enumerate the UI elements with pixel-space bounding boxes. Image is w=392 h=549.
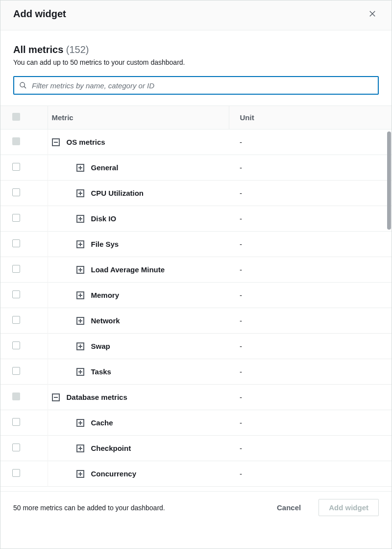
row-checkbox[interactable] <box>12 392 20 400</box>
table-row: Network- <box>0 308 392 334</box>
footer-note: 50 more metrics can be added to your das… <box>13 504 267 512</box>
search-box[interactable] <box>13 76 379 95</box>
table-row: OS metrics- <box>0 130 392 155</box>
metric-label[interactable]: Disk IO <box>91 214 117 223</box>
tree-guide <box>27 206 48 232</box>
unit-value: - <box>229 155 392 181</box>
table-row: Concurrency- <box>0 461 392 487</box>
metric-label[interactable]: Memory <box>91 291 120 299</box>
tree-guide <box>27 232 48 257</box>
table-row: Tasks- <box>0 359 392 385</box>
metrics-table: Metric Unit OS metrics-General-CPU Utili… <box>0 106 392 487</box>
table-row: Checkpoint- <box>0 436 392 461</box>
column-header-checkbox <box>0 106 27 130</box>
column-header-tree <box>27 106 48 130</box>
modal-footer: 50 more metrics can be added to your das… <box>0 491 392 523</box>
row-checkbox[interactable] <box>12 444 20 451</box>
unit-value: - <box>229 461 392 487</box>
row-checkbox[interactable] <box>12 214 20 222</box>
metric-label[interactable]: Load Average Minute <box>91 265 165 274</box>
metric-label[interactable]: CPU Utilization <box>91 189 144 197</box>
row-checkbox[interactable] <box>12 418 20 426</box>
close-button[interactable] <box>366 7 379 20</box>
row-checkbox[interactable] <box>12 290 20 298</box>
metric-label[interactable]: OS metrics <box>67 138 105 146</box>
section-header: All metrics (152) You can add up to 50 m… <box>0 30 392 76</box>
expand-icon[interactable] <box>76 215 84 223</box>
tree-guide <box>27 283 48 308</box>
section-title-text: All metrics <box>13 44 63 55</box>
unit-value: - <box>229 334 392 359</box>
table-row: Cache- <box>0 410 392 436</box>
tree-guide <box>27 181 48 206</box>
metric-label[interactable]: Tasks <box>91 367 111 376</box>
tree-guide <box>27 461 48 487</box>
svg-line-1 <box>24 86 26 88</box>
row-checkbox[interactable] <box>12 163 20 171</box>
metric-label[interactable]: File Sys <box>91 240 119 248</box>
unit-value: - <box>229 359 392 385</box>
expand-icon[interactable] <box>76 164 84 172</box>
collapse-icon[interactable] <box>52 393 60 401</box>
table-row: Memory- <box>0 283 392 308</box>
search-input[interactable] <box>27 81 373 90</box>
metric-label[interactable]: Checkpoint <box>91 444 131 452</box>
column-header-metric[interactable]: Metric <box>48 106 229 130</box>
unit-value: - <box>229 410 392 436</box>
metric-label[interactable]: Concurrency <box>91 470 137 478</box>
expand-icon[interactable] <box>76 419 84 427</box>
metrics-table-wrap: Metric Unit OS metrics-General-CPU Utili… <box>0 105 392 491</box>
row-checkbox[interactable] <box>12 137 20 145</box>
unit-value: - <box>229 385 392 410</box>
add-widget-button[interactable]: Add widget <box>318 499 379 516</box>
scrollbar-thumb[interactable] <box>387 131 391 230</box>
tree-guide <box>27 130 48 155</box>
metric-label[interactable]: General <box>91 163 119 172</box>
row-checkbox[interactable] <box>12 469 20 477</box>
table-row: CPU Utilization- <box>0 181 392 206</box>
unit-value: - <box>229 283 392 308</box>
row-checkbox[interactable] <box>12 316 20 324</box>
expand-icon[interactable] <box>76 266 84 274</box>
row-checkbox[interactable] <box>12 341 20 349</box>
table-row: General- <box>0 155 392 181</box>
expand-icon[interactable] <box>76 317 84 325</box>
row-checkbox[interactable] <box>12 239 20 247</box>
expand-icon[interactable] <box>76 189 84 197</box>
tree-guide <box>27 257 48 283</box>
expand-icon[interactable] <box>76 342 84 350</box>
unit-value: - <box>229 206 392 232</box>
unit-value: - <box>229 232 392 257</box>
expand-icon[interactable] <box>76 291 84 299</box>
column-header-unit[interactable]: Unit <box>229 106 392 130</box>
metrics-table-scroll[interactable]: Metric Unit OS metrics-General-CPU Utili… <box>0 106 392 491</box>
section-description: You can add up to 50 metrics to your cus… <box>13 58 379 66</box>
collapse-icon[interactable] <box>52 138 60 146</box>
tree-guide <box>27 385 48 410</box>
modal-title: Add widget <box>13 8 66 20</box>
unit-value: - <box>229 308 392 334</box>
tree-guide <box>27 359 48 385</box>
unit-value: - <box>229 257 392 283</box>
row-checkbox[interactable] <box>12 265 20 273</box>
expand-icon[interactable] <box>76 470 84 478</box>
unit-value: - <box>229 436 392 461</box>
expand-icon[interactable] <box>76 444 84 452</box>
cancel-button[interactable]: Cancel <box>267 499 311 516</box>
metric-label[interactable]: Cache <box>91 418 113 427</box>
metric-label[interactable]: Swap <box>91 342 110 350</box>
metric-label[interactable]: Database metrics <box>67 393 127 401</box>
row-checkbox[interactable] <box>12 188 20 196</box>
modal-header: Add widget <box>0 0 392 30</box>
table-row: File Sys- <box>0 232 392 257</box>
tree-guide <box>27 410 48 436</box>
search-icon <box>19 81 27 89</box>
unit-value: - <box>229 130 392 155</box>
select-all-checkbox[interactable] <box>12 113 20 121</box>
metric-label[interactable]: Network <box>91 316 120 325</box>
expand-icon[interactable] <box>76 368 84 376</box>
section-count: (152) <box>66 44 89 55</box>
section-title: All metrics (152) <box>13 44 379 55</box>
row-checkbox[interactable] <box>12 367 20 375</box>
expand-icon[interactable] <box>76 240 84 248</box>
